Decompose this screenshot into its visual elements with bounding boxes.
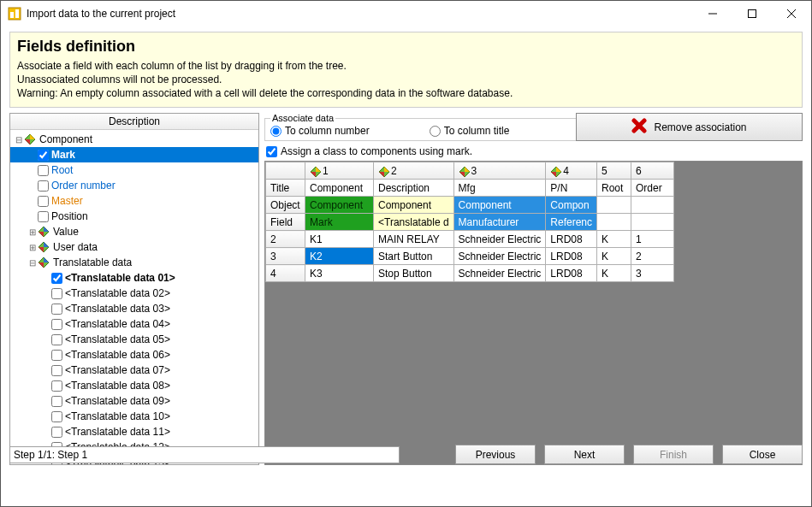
tree-item[interactable]: Order number bbox=[10, 178, 258, 193]
close-button[interactable] bbox=[772, 1, 811, 27]
tree-header[interactable]: Description bbox=[10, 114, 258, 130]
previous-button[interactable]: Previous bbox=[455, 445, 536, 464]
tree-expander-icon[interactable]: ⊟ bbox=[14, 135, 24, 144]
cell[interactable]: Referenc bbox=[546, 214, 597, 231]
tree-item[interactable]: <Translatable data 10> bbox=[10, 409, 258, 424]
radio-column-title[interactable]: To column title bbox=[430, 125, 510, 137]
table-row[interactable]: FieldMark<Translatable dManufacturerRefe… bbox=[266, 214, 674, 231]
cell[interactable]: Mfg bbox=[453, 180, 546, 197]
column-header[interactable]: 6 bbox=[631, 162, 674, 180]
next-button[interactable]: Next bbox=[544, 445, 625, 464]
assign-class-checkbox[interactable] bbox=[266, 146, 277, 157]
tree-checkbox[interactable] bbox=[51, 365, 62, 376]
cell[interactable]: K3 bbox=[305, 265, 374, 282]
tree-checkbox[interactable] bbox=[51, 396, 62, 407]
fields-tree[interactable]: Description ⊟ComponentMarkRootOrder numb… bbox=[9, 113, 259, 465]
tree-item[interactable]: <Translatable data 04> bbox=[10, 316, 258, 332]
cell[interactable]: P/N bbox=[546, 180, 597, 197]
tree-item[interactable]: <Translatable data 01> bbox=[10, 270, 258, 286]
cell[interactable] bbox=[631, 214, 674, 231]
radio-column-title-input[interactable] bbox=[430, 126, 441, 137]
tree-checkbox[interactable] bbox=[38, 180, 49, 192]
tree-checkbox[interactable] bbox=[51, 350, 62, 361]
data-grid[interactable]: 123456TitleComponentDescriptionMfgP/NRoo… bbox=[264, 161, 803, 465]
cell[interactable]: K bbox=[597, 265, 631, 282]
row-header[interactable]: 4 bbox=[266, 265, 305, 282]
tree-checkbox[interactable] bbox=[51, 380, 62, 392]
row-header[interactable]: 2 bbox=[266, 231, 305, 248]
column-header[interactable]: 5 bbox=[597, 162, 631, 180]
cell[interactable]: <Translatable d bbox=[374, 214, 454, 231]
finish-button[interactable]: Finish bbox=[633, 445, 714, 464]
tree-item[interactable]: Mark bbox=[10, 147, 258, 162]
cell[interactable]: Start Button bbox=[374, 248, 454, 265]
tree-item[interactable]: ⊞User data bbox=[10, 239, 258, 255]
cell[interactable] bbox=[631, 197, 674, 214]
row-header[interactable]: Title bbox=[266, 180, 305, 197]
cell[interactable]: Component bbox=[305, 197, 374, 214]
tree-item[interactable]: <Translatable data 08> bbox=[10, 378, 258, 393]
row-header[interactable]: Object bbox=[266, 197, 305, 214]
tree-item[interactable]: ⊟Component bbox=[10, 132, 258, 147]
minimize-button[interactable] bbox=[693, 1, 732, 27]
row-header[interactable]: Field bbox=[266, 214, 305, 231]
cell[interactable]: Manufacturer bbox=[453, 214, 546, 231]
maximize-button[interactable] bbox=[732, 1, 772, 27]
close-dialog-button[interactable]: Close bbox=[722, 445, 803, 464]
radio-column-number[interactable]: To column number bbox=[270, 125, 370, 137]
cell[interactable]: LRD08 bbox=[546, 265, 597, 282]
tree-expander-icon[interactable]: ⊞ bbox=[27, 243, 38, 252]
cell[interactable]: 2 bbox=[631, 248, 674, 265]
tree-checkbox[interactable] bbox=[51, 319, 62, 330]
cell[interactable]: K1 bbox=[305, 231, 374, 248]
table-row[interactable]: TitleComponentDescriptionMfgP/NRootOrder bbox=[266, 180, 674, 197]
cell[interactable]: Schneider Electric bbox=[453, 265, 546, 282]
tree-expander-icon[interactable]: ⊟ bbox=[27, 258, 38, 268]
cell[interactable]: LRD08 bbox=[546, 248, 597, 265]
tree-checkbox[interactable] bbox=[38, 150, 49, 161]
cell[interactable]: K bbox=[597, 248, 631, 265]
cell[interactable]: Mark bbox=[305, 214, 374, 231]
tree-item[interactable]: <Translatable data 09> bbox=[10, 393, 258, 409]
remove-association-button[interactable]: Remove association bbox=[576, 113, 803, 141]
cell[interactable]: K bbox=[597, 231, 631, 248]
cell[interactable] bbox=[597, 214, 631, 231]
tree-item[interactable]: <Translatable data 02> bbox=[10, 286, 258, 301]
tree-item[interactable]: ⊟Translatable data bbox=[10, 255, 258, 270]
cell[interactable]: Description bbox=[374, 180, 454, 197]
tree-item[interactable]: Root bbox=[10, 162, 258, 178]
table-row[interactable]: 4K3Stop ButtonSchneider ElectricLRD08K3 bbox=[266, 265, 674, 282]
tree-checkbox[interactable] bbox=[51, 334, 62, 345]
table-row[interactable]: 3K2Start ButtonSchneider ElectricLRD08K2 bbox=[266, 248, 674, 265]
cell[interactable]: K2 bbox=[305, 248, 374, 265]
column-header[interactable]: 3 bbox=[453, 162, 546, 180]
row-header[interactable]: 3 bbox=[266, 248, 305, 265]
tree-checkbox[interactable] bbox=[51, 288, 62, 299]
cell[interactable]: Schneider Electric bbox=[453, 231, 546, 248]
cell[interactable]: Component bbox=[374, 197, 454, 214]
tree-checkbox[interactable] bbox=[51, 273, 62, 284]
tree-item[interactable]: Master bbox=[10, 193, 258, 209]
tree-item[interactable]: <Translatable data 07> bbox=[10, 363, 258, 378]
tree-checkbox[interactable] bbox=[51, 411, 62, 422]
table-row[interactable]: 2K1MAIN RELAYSchneider ElectricLRD08K1 bbox=[266, 231, 674, 248]
tree-checkbox[interactable] bbox=[51, 304, 62, 315]
tree-checkbox[interactable] bbox=[38, 165, 49, 176]
column-header[interactable]: 2 bbox=[374, 162, 454, 180]
cell[interactable]: 3 bbox=[631, 265, 674, 282]
tree-item[interactable]: <Translatable data 03> bbox=[10, 301, 258, 316]
column-header[interactable]: 1 bbox=[305, 162, 374, 180]
cell[interactable]: Schneider Electric bbox=[453, 248, 546, 265]
cell[interactable]: MAIN RELAY bbox=[374, 231, 454, 248]
cell[interactable]: Stop Button bbox=[374, 265, 454, 282]
tree-expander-icon[interactable]: ⊞ bbox=[27, 227, 38, 237]
table-row[interactable]: ObjectComponentComponentComponentCompon bbox=[266, 197, 674, 214]
tree-item[interactable]: Position bbox=[10, 209, 258, 224]
tree-checkbox[interactable] bbox=[51, 427, 62, 438]
cell[interactable]: Component bbox=[453, 197, 546, 214]
tree-item[interactable]: <Translatable data 06> bbox=[10, 347, 258, 363]
radio-column-number-input[interactable] bbox=[270, 126, 282, 137]
assign-class-label[interactable]: Assign a class to components using mark. bbox=[281, 145, 472, 157]
cell[interactable]: Component bbox=[305, 180, 374, 197]
column-header[interactable] bbox=[266, 162, 305, 180]
